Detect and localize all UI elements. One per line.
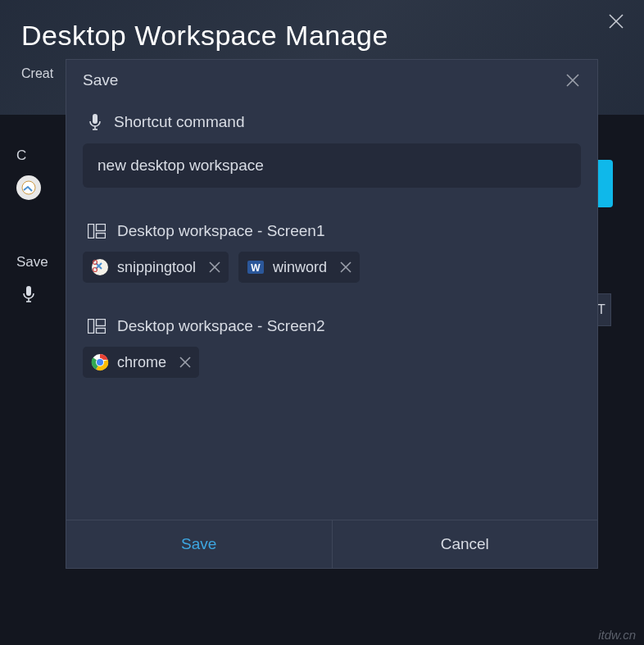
svg-rect-3 bbox=[26, 286, 31, 296]
shortcut-label-text: Shortcut command bbox=[114, 113, 244, 131]
close-icon bbox=[179, 357, 191, 368]
bg-current-label: C bbox=[16, 148, 67, 164]
svg-rect-12 bbox=[97, 225, 106, 231]
app-chip-label: chrome bbox=[117, 354, 166, 371]
chrome-icon bbox=[91, 353, 109, 371]
bg-saved-label: Save bbox=[16, 254, 67, 270]
dialog-header: Save bbox=[66, 60, 597, 101]
layout-icon bbox=[88, 224, 106, 238]
dialog-body: Shortcut command Desktop workspace - Scr… bbox=[66, 101, 597, 520]
svg-point-28 bbox=[97, 359, 103, 366]
svg-rect-25 bbox=[97, 329, 106, 334]
app-chip-winword[interactable]: W winword bbox=[238, 252, 360, 283]
svg-rect-23 bbox=[88, 320, 94, 334]
chip-remove-button[interactable] bbox=[338, 260, 353, 275]
snippingtool-icon bbox=[91, 258, 109, 276]
svg-rect-13 bbox=[97, 234, 106, 238]
screen1-section-label: Desktop workspace - Screen1 bbox=[88, 222, 581, 240]
microphone-icon bbox=[88, 112, 102, 132]
watermark-text: itdw.cn bbox=[598, 628, 636, 642]
bg-mic-icon bbox=[16, 282, 41, 307]
close-icon bbox=[209, 261, 220, 273]
app-chip-label: winword bbox=[273, 259, 327, 276]
app-chip-chrome[interactable]: chrome bbox=[83, 347, 199, 378]
screen1-apps-row: snippingtool W winword bbox=[83, 252, 581, 283]
bg-panel-saved: Save bbox=[16, 254, 67, 307]
svg-rect-11 bbox=[88, 225, 94, 238]
word-icon: W bbox=[247, 258, 265, 276]
page-title: Desktop Workspace Manage bbox=[21, 20, 388, 52]
main-close-button[interactable] bbox=[606, 11, 626, 31]
app-chip-label: snippingtool bbox=[117, 259, 196, 276]
shortcut-section-label: Shortcut command bbox=[88, 112, 581, 132]
svg-rect-24 bbox=[97, 320, 106, 326]
close-icon bbox=[565, 73, 580, 88]
save-button[interactable]: Save bbox=[66, 520, 333, 568]
close-icon bbox=[340, 261, 351, 273]
bg-panel-current: C bbox=[16, 148, 67, 221]
app-chip-snippingtool[interactable]: snippingtool bbox=[83, 252, 229, 283]
chip-remove-button[interactable] bbox=[178, 355, 193, 370]
svg-rect-8 bbox=[93, 114, 98, 124]
svg-text:W: W bbox=[251, 262, 261, 274]
dialog-footer: Save Cancel bbox=[66, 520, 597, 568]
close-icon bbox=[608, 13, 624, 30]
dialog-title: Save bbox=[83, 71, 118, 89]
save-dialog: Save Shortcut command bbox=[66, 59, 598, 569]
screen2-label-text: Desktop workspace - Screen2 bbox=[117, 317, 324, 335]
layout-icon bbox=[88, 319, 106, 334]
chip-remove-button[interactable] bbox=[207, 260, 222, 275]
dialog-close-button[interactable] bbox=[565, 72, 581, 89]
screen2-apps-row: chrome bbox=[83, 347, 581, 378]
shortcut-command-input[interactable] bbox=[83, 143, 581, 188]
cancel-button[interactable]: Cancel bbox=[333, 520, 598, 568]
bg-app-circle-icon bbox=[16, 175, 41, 200]
screen2-section-label: Desktop workspace - Screen2 bbox=[88, 317, 581, 335]
screen1-label-text: Desktop workspace - Screen1 bbox=[117, 222, 324, 240]
